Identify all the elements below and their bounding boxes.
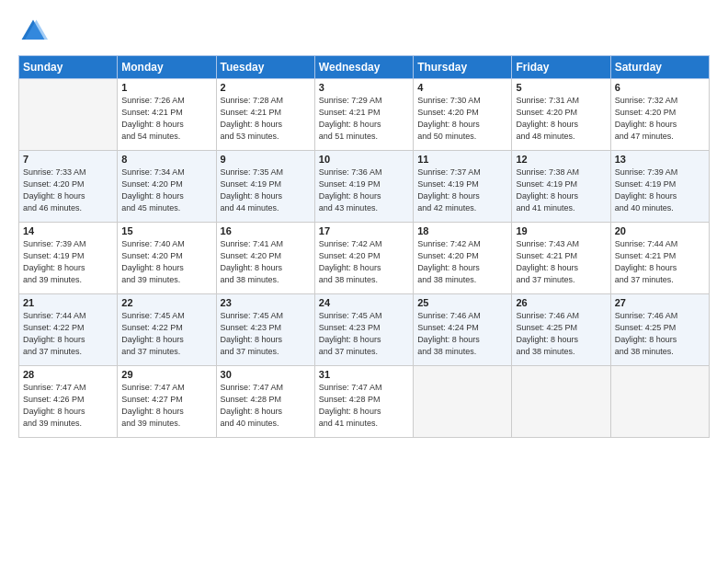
day-info: Sunrise: 7:29 AMSunset: 4:21 PMDaylight:… [319, 95, 409, 143]
day-number: 12 [516, 154, 606, 165]
day-info: Sunrise: 7:34 AMSunset: 4:20 PMDaylight:… [121, 167, 211, 214]
day-cell: 31Sunrise: 7:47 AMSunset: 4:28 PMDayligh… [314, 366, 413, 438]
day-cell: 19Sunrise: 7:43 AMSunset: 4:21 PMDayligh… [512, 223, 610, 294]
week-row-3: 14Sunrise: 7:39 AMSunset: 4:19 PMDayligh… [19, 223, 710, 294]
day-cell: 18Sunrise: 7:42 AMSunset: 4:20 PMDayligh… [414, 223, 512, 294]
header-row: SundayMondayTuesdayWednesdayThursdayFrid… [19, 56, 710, 79]
day-cell: 13Sunrise: 7:39 AMSunset: 4:19 PMDayligh… [610, 151, 709, 223]
day-cell [414, 366, 512, 438]
col-header-sunday: Sunday [19, 56, 118, 79]
day-number: 28 [23, 369, 113, 380]
day-info: Sunrise: 7:40 AMSunset: 4:20 PMDaylight:… [121, 238, 211, 286]
day-number: 10 [319, 154, 409, 165]
day-number: 21 [23, 297, 113, 308]
week-row-5: 28Sunrise: 7:47 AMSunset: 4:26 PMDayligh… [19, 366, 710, 438]
week-row-2: 7Sunrise: 7:33 AMSunset: 4:20 PMDaylight… [19, 151, 710, 223]
col-header-tuesday: Tuesday [216, 56, 314, 79]
day-cell: 1Sunrise: 7:26 AMSunset: 4:21 PMDaylight… [118, 79, 216, 151]
day-cell: 9Sunrise: 7:35 AMSunset: 4:19 PMDaylight… [216, 151, 314, 223]
day-cell: 11Sunrise: 7:37 AMSunset: 4:19 PMDayligh… [414, 151, 512, 223]
day-number: 8 [121, 154, 211, 165]
day-cell: 27Sunrise: 7:46 AMSunset: 4:25 PMDayligh… [610, 294, 709, 366]
day-info: Sunrise: 7:26 AMSunset: 4:21 PMDaylight:… [121, 95, 211, 143]
day-cell: 12Sunrise: 7:38 AMSunset: 4:19 PMDayligh… [512, 151, 610, 223]
calendar-table: SundayMondayTuesdayWednesdayThursdayFrid… [18, 55, 710, 438]
day-info: Sunrise: 7:36 AMSunset: 4:19 PMDaylight:… [319, 167, 409, 214]
day-number: 23 [221, 297, 311, 308]
day-number: 20 [615, 225, 705, 236]
day-number: 24 [319, 297, 409, 308]
day-cell: 30Sunrise: 7:47 AMSunset: 4:28 PMDayligh… [216, 366, 314, 438]
day-number: 30 [221, 369, 311, 380]
day-info: Sunrise: 7:45 AMSunset: 4:22 PMDaylight:… [121, 310, 211, 358]
day-number: 6 [615, 82, 705, 93]
day-cell: 26Sunrise: 7:46 AMSunset: 4:25 PMDayligh… [512, 294, 610, 366]
day-cell: 22Sunrise: 7:45 AMSunset: 4:22 PMDayligh… [118, 294, 216, 366]
day-cell: 29Sunrise: 7:47 AMSunset: 4:27 PMDayligh… [118, 366, 216, 438]
day-number: 18 [417, 225, 507, 236]
day-info: Sunrise: 7:45 AMSunset: 4:23 PMDaylight:… [319, 310, 409, 358]
week-row-4: 21Sunrise: 7:44 AMSunset: 4:22 PMDayligh… [19, 294, 710, 366]
day-number: 17 [319, 225, 409, 236]
day-number: 1 [121, 82, 211, 93]
day-number: 16 [221, 225, 311, 236]
day-info: Sunrise: 7:43 AMSunset: 4:21 PMDaylight:… [516, 238, 606, 286]
day-cell: 14Sunrise: 7:39 AMSunset: 4:19 PMDayligh… [19, 223, 118, 294]
day-info: Sunrise: 7:28 AMSunset: 4:21 PMDaylight:… [221, 95, 311, 143]
day-cell [512, 366, 610, 438]
logo [18, 17, 53, 46]
day-cell: 16Sunrise: 7:41 AMSunset: 4:20 PMDayligh… [216, 223, 314, 294]
day-cell: 2Sunrise: 7:28 AMSunset: 4:21 PMDaylight… [216, 79, 314, 151]
day-cell: 5Sunrise: 7:31 AMSunset: 4:20 PMDaylight… [512, 79, 610, 151]
day-info: Sunrise: 7:47 AMSunset: 4:28 PMDaylight:… [319, 382, 409, 430]
day-info: Sunrise: 7:31 AMSunset: 4:20 PMDaylight:… [516, 95, 606, 143]
day-number: 31 [319, 369, 409, 380]
day-cell: 17Sunrise: 7:42 AMSunset: 4:20 PMDayligh… [314, 223, 413, 294]
page: SundayMondayTuesdayWednesdayThursdayFrid… [0, 0, 728, 563]
col-header-wednesday: Wednesday [314, 56, 413, 79]
day-number: 19 [516, 225, 606, 236]
week-row-1: 1Sunrise: 7:26 AMSunset: 4:21 PMDaylight… [19, 79, 710, 151]
day-cell [19, 79, 118, 151]
day-info: Sunrise: 7:46 AMSunset: 4:25 PMDaylight:… [615, 310, 705, 358]
day-number: 7 [23, 154, 113, 165]
day-number: 2 [221, 82, 311, 93]
day-cell: 8Sunrise: 7:34 AMSunset: 4:20 PMDaylight… [118, 151, 216, 223]
day-cell: 23Sunrise: 7:45 AMSunset: 4:23 PMDayligh… [216, 294, 314, 366]
day-cell: 21Sunrise: 7:44 AMSunset: 4:22 PMDayligh… [19, 294, 118, 366]
day-number: 22 [121, 297, 211, 308]
day-number: 26 [516, 297, 606, 308]
day-info: Sunrise: 7:42 AMSunset: 4:20 PMDaylight:… [417, 238, 507, 286]
day-info: Sunrise: 7:37 AMSunset: 4:19 PMDaylight:… [417, 167, 507, 214]
day-cell: 24Sunrise: 7:45 AMSunset: 4:23 PMDayligh… [314, 294, 413, 366]
day-cell: 15Sunrise: 7:40 AMSunset: 4:20 PMDayligh… [118, 223, 216, 294]
day-cell: 28Sunrise: 7:47 AMSunset: 4:26 PMDayligh… [19, 366, 118, 438]
day-info: Sunrise: 7:45 AMSunset: 4:23 PMDaylight:… [221, 310, 311, 358]
day-info: Sunrise: 7:41 AMSunset: 4:20 PMDaylight:… [221, 238, 311, 286]
col-header-friday: Friday [512, 56, 610, 79]
day-number: 25 [417, 297, 507, 308]
day-info: Sunrise: 7:32 AMSunset: 4:20 PMDaylight:… [615, 95, 705, 143]
day-info: Sunrise: 7:46 AMSunset: 4:24 PMDaylight:… [417, 310, 507, 358]
day-cell: 3Sunrise: 7:29 AMSunset: 4:21 PMDaylight… [314, 79, 413, 151]
day-info: Sunrise: 7:44 AMSunset: 4:21 PMDaylight:… [615, 238, 705, 286]
day-number: 27 [615, 297, 705, 308]
day-number: 11 [417, 154, 507, 165]
day-info: Sunrise: 7:47 AMSunset: 4:28 PMDaylight:… [221, 382, 311, 430]
logo-icon [18, 17, 48, 46]
day-cell: 25Sunrise: 7:46 AMSunset: 4:24 PMDayligh… [414, 294, 512, 366]
day-info: Sunrise: 7:39 AMSunset: 4:19 PMDaylight:… [615, 167, 705, 214]
day-info: Sunrise: 7:46 AMSunset: 4:25 PMDaylight:… [516, 310, 606, 358]
day-number: 15 [121, 225, 211, 236]
col-header-thursday: Thursday [414, 56, 512, 79]
day-number: 9 [221, 154, 311, 165]
day-cell: 20Sunrise: 7:44 AMSunset: 4:21 PMDayligh… [610, 223, 709, 294]
col-header-saturday: Saturday [610, 56, 709, 79]
day-number: 29 [121, 369, 211, 380]
day-info: Sunrise: 7:47 AMSunset: 4:27 PMDaylight:… [121, 382, 211, 430]
day-cell [610, 366, 709, 438]
day-info: Sunrise: 7:42 AMSunset: 4:20 PMDaylight:… [319, 238, 409, 286]
day-info: Sunrise: 7:39 AMSunset: 4:19 PMDaylight:… [23, 238, 113, 286]
day-info: Sunrise: 7:33 AMSunset: 4:20 PMDaylight:… [23, 167, 113, 214]
day-info: Sunrise: 7:35 AMSunset: 4:19 PMDaylight:… [221, 167, 311, 214]
